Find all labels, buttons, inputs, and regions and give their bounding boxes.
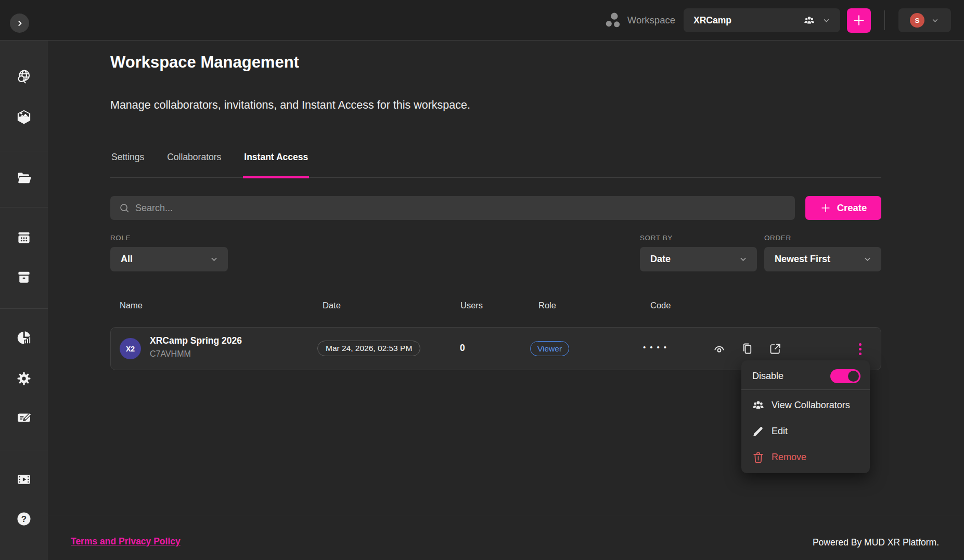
menu-item-label: View Collaborators [772,400,850,411]
open-link-button[interactable] [768,342,782,356]
column-header-users: Users [460,301,483,310]
plus-icon [852,14,866,27]
sort-dropdown[interactable]: Date [640,247,757,271]
sidebar-divider [0,308,48,309]
sidebar-item-explore[interactable] [16,69,32,84]
copy-code-button[interactable] [740,342,754,356]
role-filter-group: ROLE All [110,234,228,271]
toggle-knob [848,371,859,382]
row-date-badge: Mar 24, 2026, 02:53 PM [317,341,420,356]
row-users-count: 0 [460,343,465,354]
sort-filter-group: SORT BY Date [640,234,757,271]
order-dropdown[interactable]: Newest First [764,247,881,271]
row-context-menu: Disable View Collaborators Edit [741,360,870,473]
sidebar-divider [0,207,48,207]
workspace-label: Workspace [627,15,675,26]
sidebar-divider [0,450,48,450]
pie-chart-icon [16,330,32,346]
tab-settings[interactable]: Settings [110,151,145,178]
column-header-code: Code [650,301,671,310]
column-header-role: Role [538,301,556,310]
menu-divider [741,389,870,390]
workspace-name: XRCamp [693,15,803,26]
terms-privacy-link[interactable]: Terms and Privacy Policy [71,536,181,547]
chevron-down-icon [863,254,872,264]
row-avatar: X2 [120,338,141,359]
pencil-icon [752,425,765,438]
row-masked-code: •••• [643,343,671,351]
folder-open-icon [16,170,32,186]
role-filter-dropdown[interactable]: All [110,247,228,271]
column-header-date: Date [323,301,341,310]
card-edit-icon [16,410,32,425]
sidebar-item-tutorials[interactable] [16,472,32,487]
calendar-grid-icon [16,230,32,245]
sort-value: Date [650,254,671,265]
sidebar-item-help[interactable]: ? [16,511,32,527]
menu-item-disable: Disable [741,363,870,388]
disable-toggle[interactable] [830,369,860,383]
chevron-down-icon [931,16,940,25]
sidebar-divider [0,151,48,151]
topbar-divider [884,10,885,30]
trash-icon [752,451,765,464]
menu-item-remove[interactable]: Remove [741,444,870,470]
create-button-label: Create [837,202,867,214]
external-link-icon [768,342,782,356]
sort-filter-label: SORT BY [640,234,757,242]
reveal-code-button[interactable] [712,342,726,356]
topbar: Workspace XRCamp [0,0,964,41]
order-filter-label: ORDER [764,234,881,242]
people-icon [752,399,765,412]
role-filter-value: All [121,254,133,265]
sidebar-item-settings[interactable] [16,371,32,386]
sidebar: ? [0,41,48,560]
globe-search-icon [16,69,32,84]
sidebar-item-analytics[interactable] [16,330,32,346]
gear-icon [16,371,32,386]
footer-divider [48,515,964,515]
order-value: Newest First [775,254,830,265]
sidebar-item-archive[interactable] [16,269,32,285]
tab-collaborators[interactable]: Collaborators [166,151,222,178]
copy-icon [740,342,754,356]
menu-item-label: Edit [772,426,788,437]
search-input[interactable] [110,196,795,220]
row-name: XRCamp Spring 2026 [150,335,242,346]
sidebar-item-spaces[interactable] [16,109,32,125]
powered-by-text: Powered By MUD XR Platform. [813,537,939,548]
disable-label: Disable [752,371,783,382]
chevron-down-icon [822,16,831,25]
page-subtitle: Manage collaborators, invitations, and I… [110,99,470,112]
menu-item-view-collaborators[interactable]: View Collaborators [741,392,870,418]
column-header-name: Name [120,301,143,310]
sidebar-item-content-editor[interactable] [16,410,32,425]
order-filter-group: ORDER Newest First [764,234,881,271]
chevron-down-icon [209,254,219,264]
tab-bar: Settings Collaborators Instant Access [110,151,881,178]
sidebar-item-projects[interactable] [16,170,32,186]
workspace-logo-icon [604,11,623,30]
search-field [110,196,795,220]
menu-item-edit[interactable]: Edit [741,418,870,444]
cube-photo-icon [16,109,32,125]
archive-box-icon [16,269,32,285]
film-play-icon [16,472,32,487]
user-avatar: S [910,13,924,28]
add-workspace-button[interactable] [847,8,871,33]
main-content: Workspace Management Manage collaborator… [48,41,964,560]
workspace-selector[interactable]: XRCamp [684,8,840,32]
row-actions-menu-button[interactable] [852,338,868,359]
create-button[interactable]: Create [805,196,881,220]
account-menu-button[interactable]: S [898,8,951,32]
sidebar-expand-button[interactable] [10,14,29,33]
svg-text:?: ? [21,514,27,524]
tab-instant-access[interactable]: Instant Access [243,151,309,178]
sidebar-item-events[interactable] [16,230,32,245]
page-title: Workspace Management [110,53,299,72]
people-icon [803,15,815,27]
role-filter-label: ROLE [110,234,228,242]
reveal-eye-icon [712,342,726,356]
plus-icon [820,202,831,214]
help-circle-icon: ? [16,511,32,527]
